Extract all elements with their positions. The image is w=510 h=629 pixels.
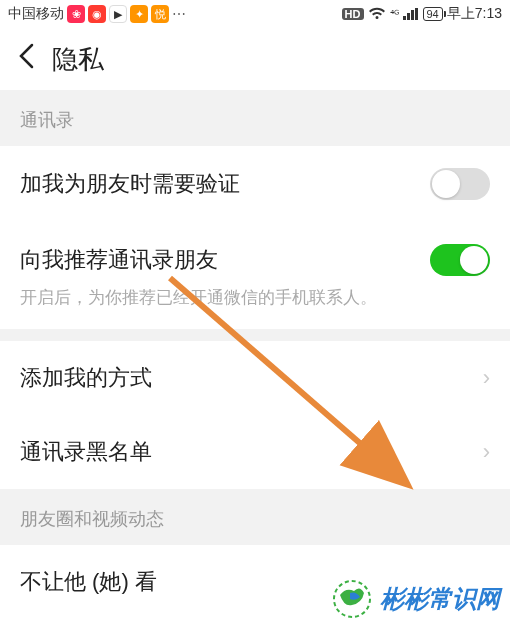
watermark-text: 彬彬常识网 xyxy=(380,583,500,615)
svg-rect-0 xyxy=(403,16,406,20)
page-title: 隐私 xyxy=(52,42,104,77)
status-left: 中国移动 ❀ ◉ ▶ ✦ 悦 ⋯ xyxy=(8,5,187,23)
status-right: HD ⁴ᴳ 94 早上7:13 xyxy=(342,5,502,23)
time-label: 早上7:13 xyxy=(447,5,502,23)
back-button[interactable] xyxy=(18,43,34,76)
signal-icon xyxy=(403,8,419,20)
row-description: 开启后，为你推荐已经开通微信的手机联系人。 xyxy=(0,286,510,329)
row-contacts-blacklist[interactable]: 通讯录黑名单 › xyxy=(0,415,510,489)
row-recommend-contacts[interactable]: 向我推荐通讯录朋友 xyxy=(0,222,510,286)
status-bar: 中国移动 ❀ ◉ ▶ ✦ 悦 ⋯ HD ⁴ᴳ 94 早上7:13 xyxy=(0,0,510,28)
signal-4g: ⁴ᴳ xyxy=(390,8,399,21)
watermark-globe-icon xyxy=(330,577,374,621)
toggle-verify[interactable] xyxy=(430,168,490,200)
svg-rect-2 xyxy=(411,10,414,20)
row-label: 添加我的方式 xyxy=(20,363,152,393)
row-label: 不让他 (她) 看 xyxy=(20,567,157,597)
hd-badge: HD xyxy=(342,8,364,20)
page-header: 隐私 xyxy=(0,28,510,90)
row-verify-friend[interactable]: 加我为朋友时需要验证 xyxy=(0,146,510,222)
section-header-moments: 朋友圈和视频动态 xyxy=(0,489,510,545)
app-icon-2: ◉ xyxy=(88,5,106,23)
toggle-recommend[interactable] xyxy=(430,244,490,276)
svg-rect-3 xyxy=(415,8,418,20)
app-icon-3: ▶ xyxy=(109,5,127,23)
row-add-method[interactable]: 添加我的方式 › xyxy=(0,341,510,415)
section-gap xyxy=(0,329,510,341)
row-label: 加我为朋友时需要验证 xyxy=(20,169,240,199)
carrier-label: 中国移动 xyxy=(8,5,64,23)
section-header-contacts: 通讯录 xyxy=(0,90,510,146)
battery-badge: 94 xyxy=(423,7,443,21)
chevron-left-icon xyxy=(18,43,34,69)
app-icon-5: 悦 xyxy=(151,5,169,23)
svg-rect-1 xyxy=(407,13,410,20)
wifi-icon xyxy=(368,7,386,21)
chevron-right-icon: › xyxy=(483,439,490,465)
row-label: 通讯录黑名单 xyxy=(20,437,152,467)
more-dots: ⋯ xyxy=(172,6,187,22)
watermark: 彬彬常识网 xyxy=(330,577,500,621)
row-label: 向我推荐通讯录朋友 xyxy=(20,245,218,275)
app-icon-1: ❀ xyxy=(67,5,85,23)
app-icon-4: ✦ xyxy=(130,5,148,23)
chevron-right-icon: › xyxy=(483,365,490,391)
